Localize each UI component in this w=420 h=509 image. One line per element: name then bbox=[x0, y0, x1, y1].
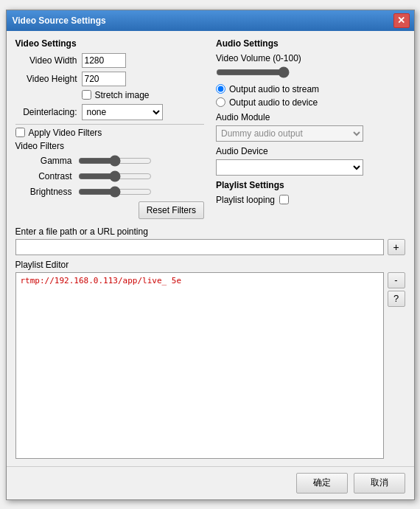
confirm-button[interactable]: 确定 bbox=[296, 473, 348, 494]
playlist-settings-label: Playlist Settings bbox=[216, 180, 405, 190]
gamma-label: Gamma bbox=[30, 156, 78, 166]
audio-device-select[interactable] bbox=[216, 159, 363, 176]
contrast-slider[interactable] bbox=[78, 170, 152, 182]
contrast-row: Contrast bbox=[30, 170, 205, 182]
radio-stream-label: Output audio to stream bbox=[229, 84, 319, 94]
playlist-buttons: - ? bbox=[388, 272, 405, 459]
video-filters-label: Video Filters bbox=[15, 141, 205, 151]
brightness-label: Brightness bbox=[30, 187, 78, 197]
url-input[interactable] bbox=[15, 239, 384, 255]
radio-device[interactable] bbox=[216, 97, 225, 107]
brightness-row: Brightness bbox=[30, 186, 205, 198]
audio-module-label: Audio Module bbox=[216, 112, 405, 122]
playlist-looping-checkbox[interactable] bbox=[279, 195, 289, 204]
close-button[interactable]: ✕ bbox=[393, 13, 410, 28]
url-row: + bbox=[15, 239, 405, 255]
url-label: Enter a file path or a URL pointing bbox=[15, 226, 405, 237]
reset-btn-row: Reset Filters bbox=[15, 201, 205, 219]
volume-slider-container bbox=[216, 66, 405, 78]
contrast-label: Contrast bbox=[30, 171, 78, 181]
window-title: Video Source Settings bbox=[13, 15, 106, 26]
help-button[interactable]: ? bbox=[388, 291, 405, 307]
height-label: Video Height bbox=[15, 74, 82, 84]
width-label: Video Width bbox=[15, 55, 82, 66]
url-section: Enter a file path or a URL pointing + bbox=[15, 226, 405, 255]
deinterlacing-label: Deinterlacing: bbox=[15, 107, 82, 117]
radio-device-label: Output audio to device bbox=[229, 97, 318, 108]
playlist-looping-label: Playlist looping bbox=[216, 195, 275, 205]
gamma-row: Gamma bbox=[30, 155, 205, 167]
radio-stream[interactable] bbox=[216, 84, 225, 94]
main-row: Video Settings Video Width Video Height … bbox=[15, 38, 405, 219]
radio-device-row: Output audio to device bbox=[216, 97, 405, 108]
width-input[interactable] bbox=[82, 53, 126, 68]
apply-filters-checkbox[interactable] bbox=[15, 128, 25, 137]
sliders-group: Gamma Contrast Brightness bbox=[30, 155, 205, 198]
apply-filters-label: Apply Video Filters bbox=[29, 128, 102, 138]
playlist-settings: Playlist Settings Playlist looping bbox=[216, 180, 405, 205]
playlist-textarea[interactable]: rtmp://192.168.0.113/app/live_ 5e bbox=[15, 272, 384, 459]
remove-button[interactable]: - bbox=[388, 272, 405, 288]
stretch-row: Stretch image bbox=[82, 90, 205, 100]
add-url-button[interactable]: + bbox=[388, 239, 405, 255]
audio-module-select[interactable]: Dummy audio output bbox=[216, 125, 363, 142]
audio-settings-label: Audio Settings bbox=[216, 38, 405, 49]
playlist-editor-label: Playlist Editor bbox=[15, 260, 405, 270]
right-column: Audio Settings Video Volume (0-100) Outp… bbox=[216, 38, 405, 219]
volume-label: Video Volume (0-100) bbox=[216, 53, 405, 63]
deinterlacing-row: Deinterlacing: none linear yadif yadif2x bbox=[15, 104, 205, 120]
stretch-label: Stretch image bbox=[95, 90, 150, 100]
playlist-entry: rtmp://192.168.0.113/app/live_ 5e bbox=[18, 275, 381, 286]
gamma-slider[interactable] bbox=[78, 155, 152, 167]
main-window: Video Source Settings ✕ Video Settings V… bbox=[6, 10, 415, 500]
stretch-checkbox[interactable] bbox=[82, 90, 91, 100]
playlist-looping-row: Playlist looping bbox=[216, 195, 405, 205]
playlist-editor-section: Playlist Editor rtmp://192.168.0.113/app… bbox=[15, 260, 405, 459]
audio-device-label: Audio Device bbox=[216, 146, 405, 156]
title-bar: Video Source Settings ✕ bbox=[7, 10, 414, 31]
height-input[interactable] bbox=[82, 72, 126, 86]
bottom-bar: 确定 取消 bbox=[7, 466, 414, 499]
brightness-slider[interactable] bbox=[78, 186, 152, 198]
volume-slider[interactable] bbox=[216, 66, 290, 78]
video-settings-label: Video Settings bbox=[15, 38, 205, 49]
radio-stream-row: Output audio to stream bbox=[216, 84, 405, 94]
cancel-button[interactable]: 取消 bbox=[354, 473, 405, 494]
deinterlacing-select[interactable]: none linear yadif yadif2x bbox=[82, 104, 163, 120]
width-row: Video Width bbox=[15, 53, 205, 68]
left-column: Video Settings Video Width Video Height … bbox=[15, 38, 205, 219]
content-area: Video Settings Video Width Video Height … bbox=[7, 31, 414, 466]
apply-filters-row: Apply Video Filters bbox=[15, 128, 205, 138]
playlist-editor-row: rtmp://192.168.0.113/app/live_ 5e - ? bbox=[15, 272, 405, 459]
reset-filters-button[interactable]: Reset Filters bbox=[139, 201, 204, 219]
height-row: Video Height bbox=[15, 72, 205, 86]
